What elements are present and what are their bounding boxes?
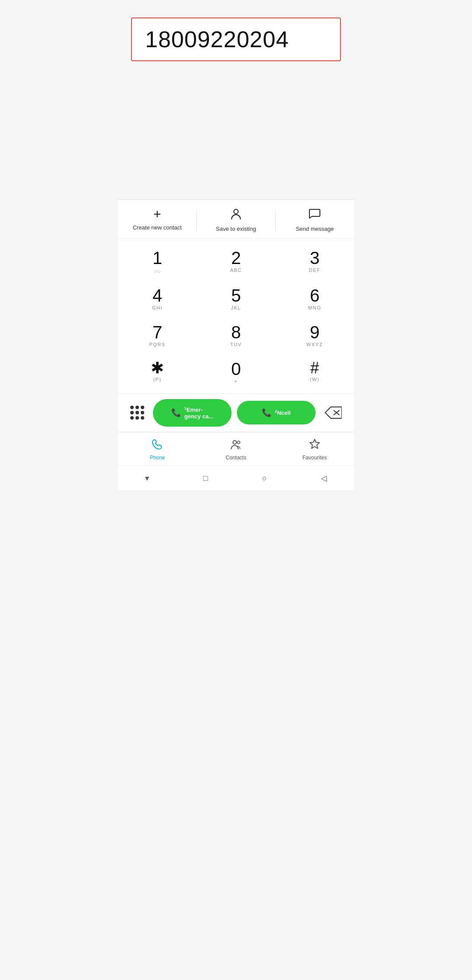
ncell-call-label: 2Ncell (275, 409, 291, 416)
create-new-contact-label: Create new contact (133, 224, 182, 231)
dot (130, 416, 134, 420)
plus-icon: + (153, 208, 161, 221)
phone-display-area: 18009220204 (118, 0, 354, 101)
dial-4-main: 4 (153, 287, 162, 304)
dial-3-main: 3 (310, 249, 319, 267)
spacer (118, 101, 354, 199)
dial-1-sub: ○○ (154, 268, 161, 275)
dot (141, 411, 144, 414)
contacts-nav-icon (230, 438, 242, 453)
dial-hash-main: # (310, 360, 319, 376)
system-square-button[interactable]: □ (194, 471, 217, 486)
dot (135, 411, 139, 414)
dial-5-main: 5 (231, 287, 241, 304)
dial-0-sub: + (234, 379, 238, 385)
dial-key-8[interactable]: 8 TUV (197, 317, 275, 352)
dial-key-6[interactable]: 6 MNO (275, 281, 354, 316)
bottom-action-bar: 📞 1Emer- gency ca... 📞 2Ncell (118, 393, 354, 432)
nav-phone[interactable]: Phone (118, 438, 197, 461)
dot (130, 411, 134, 414)
save-to-existing-label: Save to existing (216, 226, 256, 232)
nav-phone-label: Phone (150, 455, 165, 461)
dial-2-main: 2 (231, 249, 241, 267)
dial-7-main: 7 (153, 323, 162, 341)
dial-7-sub: PQRS (149, 342, 165, 348)
emergency-call-button[interactable]: 📞 1Emer- gency ca... (153, 399, 232, 427)
svg-marker-5 (310, 439, 319, 448)
dialpad-row-2: 4 GHI 5 JKL 6 MNO (118, 281, 354, 316)
dot (135, 416, 139, 420)
dial-9-sub: WXYZ (306, 342, 323, 348)
system-circle-button[interactable]: ○ (253, 471, 275, 486)
nav-favourites-label: Favourites (302, 455, 327, 461)
send-message-label: Send message (296, 226, 334, 232)
phone-number-box: 18009220204 (131, 17, 341, 61)
backspace-button[interactable] (321, 403, 345, 423)
bottom-nav: Phone Contacts Favourites (118, 432, 354, 465)
chat-icon (309, 208, 321, 222)
dial-6-sub: MNO (308, 305, 321, 311)
nav-favourites[interactable]: Favourites (275, 438, 354, 461)
svg-point-4 (237, 441, 240, 444)
dialpad-row-1: 1 ○○ 2 ABC 3 DEF (118, 243, 354, 279)
dial-9-main: 9 (310, 323, 319, 341)
dial-key-star[interactable]: ✱ (P) (118, 354, 197, 389)
phone-icon-emergency: 📞 (171, 408, 181, 417)
system-back-button[interactable]: ◁ (312, 471, 336, 486)
action-row: + Create new contact Save to existing Se… (118, 199, 354, 238)
save-to-existing-button[interactable]: Save to existing (197, 208, 275, 232)
dial-key-2[interactable]: 2 ABC (197, 243, 275, 279)
emergency-call-label: 1Emer- gency ca... (184, 406, 213, 420)
dot (141, 406, 144, 409)
system-nav: ▾ □ ○ ◁ (118, 465, 354, 490)
dial-key-hash[interactable]: # (W) (275, 354, 354, 389)
dial-key-0[interactable]: 0 + (197, 354, 275, 389)
dialpad-row-3: 7 PQRS 8 TUV 9 WXYZ (118, 317, 354, 352)
dial-key-1[interactable]: 1 ○○ (118, 243, 197, 279)
dial-key-9[interactable]: 9 WXYZ (275, 317, 354, 352)
dial-8-sub: TUV (230, 342, 242, 348)
dial-4-sub: GHI (152, 305, 163, 311)
dial-1-main: 1 (153, 249, 162, 267)
dot (130, 406, 134, 409)
dial-6-main: 6 (310, 287, 319, 304)
phone-number: 18009220204 (145, 27, 289, 52)
dialpad-toggle-button[interactable] (127, 402, 148, 423)
dialpad: 1 ○○ 2 ABC 3 DEF 4 GHI 5 JKL 6 MNO 7 PQR… (118, 238, 354, 393)
dial-8-main: 8 (231, 323, 241, 341)
send-message-button[interactable]: Send message (276, 208, 354, 232)
svg-point-3 (233, 441, 236, 444)
dial-key-3[interactable]: 3 DEF (275, 243, 354, 279)
phone-icon-ncell: 📞 (262, 408, 271, 417)
svg-point-0 (234, 209, 238, 214)
dot (141, 416, 144, 420)
dial-star-sub: (P) (153, 377, 161, 383)
person-icon (230, 208, 242, 222)
system-down-button[interactable]: ▾ (136, 471, 158, 486)
dial-0-main: 0 (231, 360, 241, 378)
nav-contacts[interactable]: Contacts (197, 438, 275, 461)
dial-key-4[interactable]: 4 GHI (118, 281, 197, 316)
dial-2-sub: ABC (230, 268, 242, 274)
dial-hash-sub: (W) (310, 377, 319, 383)
star-nav-icon (309, 438, 320, 453)
dialpad-row-4: ✱ (P) 0 + # (W) (118, 354, 354, 389)
ncell-call-button[interactable]: 📞 2Ncell (237, 401, 316, 424)
dial-5-sub: JKL (231, 305, 241, 311)
dial-star-main: ✱ (151, 360, 164, 376)
dial-key-5[interactable]: 5 JKL (197, 281, 275, 316)
create-new-contact-button[interactable]: + Create new contact (118, 208, 196, 232)
nav-contacts-label: Contacts (226, 455, 246, 461)
backspace-icon (324, 406, 342, 419)
phone-nav-icon (152, 438, 163, 453)
dial-3-sub: DEF (309, 268, 321, 274)
dot (135, 406, 139, 409)
dial-key-7[interactable]: 7 PQRS (118, 317, 197, 352)
